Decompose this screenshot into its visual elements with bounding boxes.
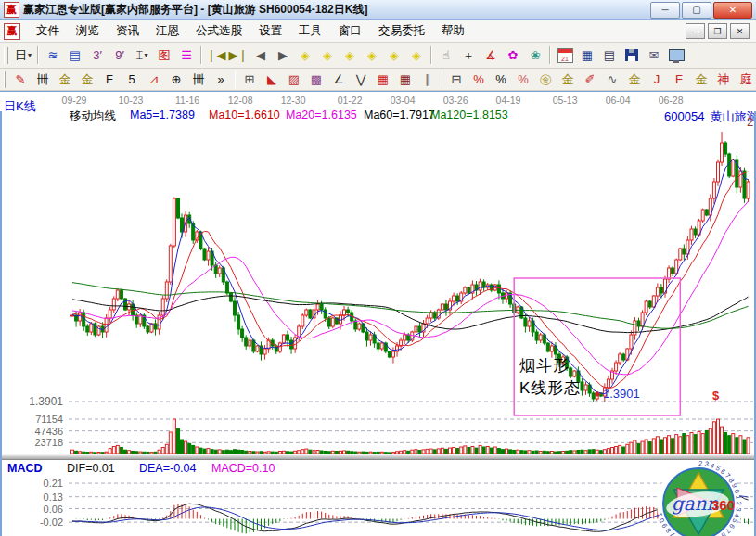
marker-pen-icon[interactable]: ✐	[579, 70, 601, 89]
plain-ruler-icon[interactable]: 卌	[187, 70, 210, 89]
macd-pane	[72, 493, 749, 534]
min3-chart-icon[interactable]: 3′	[86, 45, 109, 65]
parallel-lines-icon[interactable]: ∥	[416, 70, 439, 89]
angle-pencil-icon[interactable]: ⊿	[143, 70, 165, 89]
box-frame-icon[interactable]: ⊞	[238, 70, 261, 89]
percent-zone-icon[interactable]: %	[468, 70, 490, 89]
svg-text:05-13: 05-13	[553, 95, 578, 106]
menu-item-3[interactable]: 江恩	[147, 20, 187, 42]
send-mail-icon[interactable]: ✉	[643, 45, 665, 65]
prev-page-icon[interactable]: ◀	[250, 45, 272, 65]
next-page-icon[interactable]: ▶	[272, 45, 294, 65]
gann-box-icon[interactable]: ▨	[283, 70, 305, 89]
menu-item-2[interactable]: 资讯	[108, 20, 147, 42]
gold-ruler-icon[interactable]: 金	[54, 70, 76, 89]
v-lines-icon[interactable]: ⋁	[350, 70, 372, 89]
menu-logo-icon: 赢	[4, 23, 20, 40]
symbol-info: 600054黄山旅游	[664, 108, 756, 125]
pencil-tool-icon[interactable]: ✎	[9, 70, 32, 89]
last-page-icon[interactable]: ▶❘	[227, 45, 250, 65]
wave-tool-icon[interactable]: ∿	[601, 70, 623, 89]
percent-line-icon[interactable]: %	[512, 70, 534, 89]
menu-item-8[interactable]: 交易委托	[370, 20, 433, 42]
info-list-icon[interactable]: ▤	[64, 45, 86, 65]
f-angle-icon[interactable]: F	[668, 70, 690, 89]
more-tools-button[interactable]: »	[210, 70, 232, 89]
crosshair-icon[interactable]: ＋	[457, 45, 480, 65]
window-title: 赢家江恩专业版[赢家内部服务平台] - [黄山旅游 SH600054-182日K…	[23, 2, 367, 18]
market-overview-icon[interactable]: ≋	[42, 45, 64, 65]
child-close-button[interactable]: ✕	[730, 23, 750, 39]
gann-ruler-icon[interactable]: 卌	[32, 70, 54, 89]
shen-angle-icon[interactable]: 神	[712, 70, 735, 89]
annotation-text-line2: K线形态	[519, 377, 581, 399]
fan-lines-icon[interactable]: ◣	[261, 70, 283, 89]
menu-item-7[interactable]: 窗口	[330, 20, 370, 42]
toolbar-grip[interactable]	[4, 47, 8, 64]
diamond-compress-icon[interactable]: ◈	[361, 45, 383, 65]
menu-item-4[interactable]: 公式选股	[187, 20, 250, 42]
gold-line-icon[interactable]: 金	[557, 70, 579, 89]
red-grid-icon[interactable]: ▦	[372, 70, 394, 89]
toolbar-grip[interactable]	[4, 71, 6, 88]
price-scale-icon[interactable]: ⊟	[445, 70, 468, 89]
pattern-box-icon[interactable]: 图	[153, 45, 175, 65]
pane-splitter[interactable]	[0, 454, 756, 460]
calculator-icon[interactable]: ▦	[576, 45, 598, 65]
diamond-zoom-in-icon[interactable]: ◈	[383, 45, 405, 65]
child-minimize-button[interactable]: ─	[686, 23, 705, 39]
diamond-zoom-out-icon[interactable]: ◈	[405, 45, 428, 65]
menu-item-9[interactable]: 帮助	[433, 20, 473, 42]
percent-icon[interactable]: %	[490, 70, 512, 89]
chart-canvas[interactable]: 09-2910-2311-1612-0812-3001-2203-0403-26…	[0, 91, 756, 536]
gold-ruler2-icon[interactable]: 金	[76, 70, 98, 89]
diamond-h-expand-icon[interactable]: ◈	[339, 45, 361, 65]
volume-profile-icon[interactable]: ☰	[175, 45, 198, 65]
fractal-tool-icon[interactable]: ❀	[524, 45, 546, 65]
diamond-left-icon[interactable]: ◈	[294, 45, 316, 65]
memo-icon[interactable]: ▤	[598, 45, 621, 65]
time-circle-icon[interactable]: ⊕	[165, 70, 187, 89]
f-ruler-icon[interactable]: F	[98, 70, 121, 89]
min9-chart-icon[interactable]: 9′	[109, 45, 131, 65]
menu-items: 文件浏览资讯江恩公式选股设置工具窗口交易委托帮助	[28, 20, 473, 42]
hand-tool-icon[interactable]: ☝	[435, 45, 457, 65]
candle-style-button[interactable]: ⌶▾	[131, 45, 153, 65]
ma-value-2: Ma20=1.6135	[286, 108, 357, 121]
workstation-icon[interactable]	[665, 45, 687, 65]
toolbar-separator	[549, 46, 551, 64]
gann-grid-icon[interactable]: ▩	[305, 70, 327, 89]
macd-pane-label: MACD	[7, 462, 43, 475]
child-restore-button[interactable]: ❐	[708, 23, 727, 39]
first-page-icon[interactable]: ❘◀	[205, 45, 227, 65]
calendar-icon[interactable]: 21	[554, 45, 576, 65]
svg-text:23718: 23718	[34, 437, 63, 448]
ting-angle-icon[interactable]: 庭	[735, 70, 756, 89]
toolbar-separator	[430, 46, 432, 64]
kline-period-button[interactable]: 日▾	[12, 45, 34, 65]
diamond-right-icon[interactable]: ◈	[316, 45, 339, 65]
angle-measure-icon[interactable]: ∡	[480, 45, 502, 65]
five-ruler-icon[interactable]: 5	[121, 70, 143, 89]
ma-value-1: Ma10=1.6610	[209, 108, 280, 121]
svg-text:47436: 47436	[34, 426, 63, 437]
close-button[interactable]: ✕	[713, 2, 752, 19]
menu-item-6[interactable]: 工具	[290, 20, 330, 42]
angle-set-icon[interactable]: ∠	[327, 70, 350, 89]
minimize-button[interactable]: ─	[650, 2, 680, 19]
menu-item-5[interactable]: 设置	[250, 20, 290, 42]
gold-circle-icon[interactable]: ㊎	[534, 70, 557, 89]
gold-angle-icon[interactable]: 金	[690, 70, 712, 89]
save-icon[interactable]	[621, 45, 643, 65]
dark-grid-icon[interactable]: ▦	[394, 70, 416, 89]
maximize-button[interactable]: ▢	[682, 2, 711, 19]
j-angle-icon[interactable]: J	[646, 70, 668, 89]
ma-prefix-label: 移动均线	[70, 108, 116, 124]
svg-text:01-22: 01-22	[338, 95, 363, 106]
gann-flower-icon[interactable]: ✿	[502, 45, 524, 65]
ma-lines	[72, 159, 749, 393]
menu-item-0[interactable]: 文件	[28, 20, 68, 42]
toolbar-main: 日▾≋▤3′9′⌶▾图☰❘◀▶❘◀▶◈◈◈◈◈◈☝＋∡✿❀21▦▤✉	[0, 43, 756, 69]
gold-line2-icon[interactable]: 金	[623, 70, 646, 89]
menu-item-1[interactable]: 浏览	[68, 20, 108, 42]
